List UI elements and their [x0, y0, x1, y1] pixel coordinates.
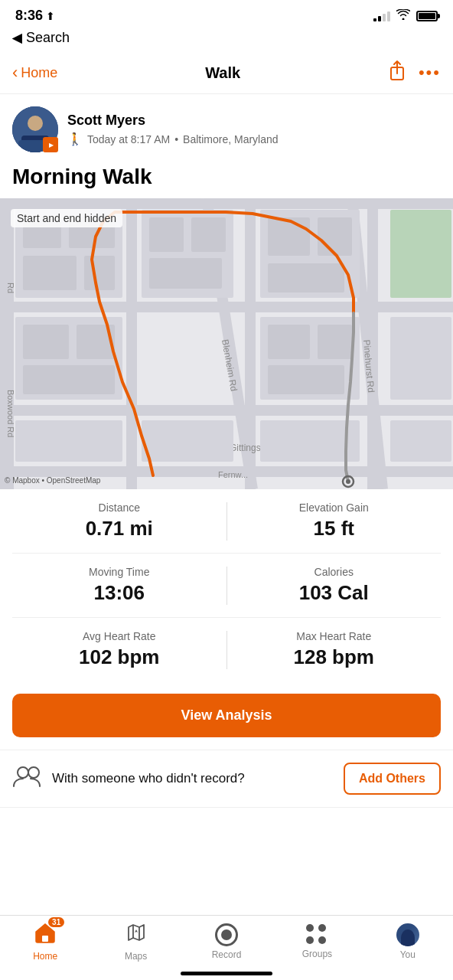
svg-rect-7 [126, 198, 137, 489]
svg-rect-10 [0, 198, 453, 209]
strava-badge [43, 137, 58, 152]
svg-rect-39 [23, 365, 115, 394]
record-icon [215, 923, 238, 946]
svg-rect-42 [318, 325, 352, 359]
stat-avg-hr-value: 102 bpm [12, 645, 226, 669]
activity-title: Morning Walk [0, 162, 453, 198]
stat-elevation: Elevation Gain 15 ft [227, 501, 442, 541]
stat-calories-label: Calories [227, 566, 442, 578]
map-copyright: © Mapbox • OpenStreetMap [5, 476, 100, 485]
stat-moving-time-label: Moving Time [12, 566, 226, 578]
svg-rect-44 [390, 317, 451, 400]
svg-rect-35 [390, 210, 451, 298]
tab-home[interactable]: 31 Home [0, 922, 90, 962]
avatar [12, 106, 58, 152]
tab-record[interactable]: Record [181, 923, 272, 960]
stat-max-hr-label: Max Heart Rate [227, 630, 442, 642]
user-location: Baltimore, Maryland [183, 133, 279, 145]
svg-rect-48 [390, 420, 451, 462]
user-name: Scott Myers [67, 113, 441, 129]
svg-point-51 [18, 767, 28, 778]
wifi-icon [396, 9, 410, 22]
stat-elevation-label: Elevation Gain [227, 501, 442, 514]
stats-row-2: Moving Time 13:06 Calories 103 Cal [12, 554, 441, 618]
groups-icon [306, 924, 328, 946]
add-others-button[interactable]: Add Others [344, 763, 441, 795]
svg-point-2 [28, 116, 43, 131]
nav-header: ‹ Home Walk ••• [0, 52, 453, 94]
time-display: 8:36 [15, 8, 43, 24]
home-indicator [181, 972, 272, 975]
stat-calories: Calories 103 Cal [227, 566, 442, 605]
stat-distance: Distance 0.71 mi [12, 501, 226, 541]
user-details: Scott Myers 🚶 Today at 8:17 AM • Baltimo… [67, 113, 441, 146]
status-bar: 8:36 ⬆ [0, 0, 453, 28]
home-badge: 31 [48, 917, 64, 927]
svg-text:Rd: Rd [6, 283, 15, 293]
stat-calories-value: 103 Cal [227, 581, 442, 605]
svg-rect-41 [268, 325, 310, 359]
svg-point-52 [28, 767, 39, 778]
more-options-icon[interactable]: ••• [419, 63, 441, 83]
tab-home-label: Home [33, 951, 57, 962]
svg-rect-32 [268, 217, 310, 256]
tab-bar: 31 Home Maps Record [0, 915, 453, 980]
stats-container: Distance 0.71 mi Elevation Gain 15 ft Mo… [0, 489, 453, 681]
svg-text:Fernw...: Fernw... [218, 470, 248, 479]
tab-maps[interactable]: Maps [90, 922, 181, 962]
home-icon: 31 [34, 922, 57, 948]
share-icon[interactable] [388, 60, 406, 86]
map-container[interactable]: Blenheim Rd Pinehurst Rd Boxwood Rd Rd G… [0, 198, 453, 489]
add-others-section: With someone who didn't record? Add Othe… [0, 750, 453, 808]
svg-rect-46 [142, 420, 233, 462]
tab-maps-label: Maps [125, 951, 147, 962]
maps-icon [125, 922, 147, 948]
stat-moving-time-value: 13:06 [12, 581, 226, 605]
view-analysis-button[interactable]: View Analysis [12, 694, 441, 737]
battery-icon [416, 11, 438, 21]
tab-you[interactable]: You [363, 923, 453, 960]
walk-icon: 🚶 [67, 132, 83, 146]
stat-distance-value: 0.71 mi [12, 517, 226, 541]
svg-rect-30 [149, 258, 222, 289]
stat-distance-label: Distance [12, 501, 226, 514]
svg-rect-6 [0, 198, 14, 489]
stat-elevation-value: 15 ft [227, 517, 442, 541]
stat-max-hr-value: 128 bpm [227, 645, 442, 669]
add-others-text: With someone who didn't record? [52, 769, 245, 788]
you-avatar-icon [396, 923, 419, 946]
search-bar: ◀ Search [0, 28, 453, 52]
back-arrow-icon: ◀ [12, 31, 21, 45]
stats-row-1: Distance 0.71 mi Elevation Gain 15 ft [12, 489, 441, 554]
user-meta: 🚶 Today at 8:17 AM • Baltimore, Maryland [67, 132, 441, 146]
stat-avg-hr: Avg Heart Rate 102 bpm [12, 630, 226, 669]
stats-row-3: Avg Heart Rate 102 bpm Max Heart Rate 12… [12, 618, 441, 681]
stat-max-hr: Max Heart Rate 128 bpm [227, 630, 442, 669]
svg-rect-53 [42, 936, 48, 942]
nav-back-label: Home [21, 65, 57, 81]
stat-moving-time: Moving Time 13:06 [12, 566, 226, 605]
signal-icon [373, 11, 390, 21]
svg-rect-45 [15, 420, 122, 462]
status-time: 8:36 ⬆ [15, 8, 55, 24]
svg-rect-28 [149, 217, 184, 252]
tab-groups-label: Groups [302, 949, 332, 959]
svg-rect-34 [268, 263, 344, 292]
add-others-left: With someone who didn't record? [12, 765, 245, 793]
location-arrow-icon: ⬆ [46, 10, 55, 22]
svg-rect-12 [0, 405, 453, 416]
svg-rect-43 [268, 365, 344, 394]
svg-rect-26 [84, 256, 115, 290]
group-icon [12, 765, 41, 793]
timestamp: Today at 8:17 AM [87, 133, 170, 145]
map-hidden-label: Start and end hidden [11, 209, 122, 227]
chevron-left-icon: ‹ [12, 63, 18, 83]
tab-you-label: You [400, 949, 416, 960]
nav-back-button[interactable]: ‹ Home [12, 63, 57, 83]
tab-groups[interactable]: Groups [272, 924, 362, 959]
route-map: Blenheim Rd Pinehurst Rd Boxwood Rd Rd G… [0, 198, 453, 489]
nav-title: Walk [205, 64, 240, 82]
user-info: Scott Myers 🚶 Today at 8:17 AM • Baltimo… [0, 94, 453, 162]
svg-rect-33 [318, 217, 352, 256]
svg-rect-29 [191, 217, 226, 252]
